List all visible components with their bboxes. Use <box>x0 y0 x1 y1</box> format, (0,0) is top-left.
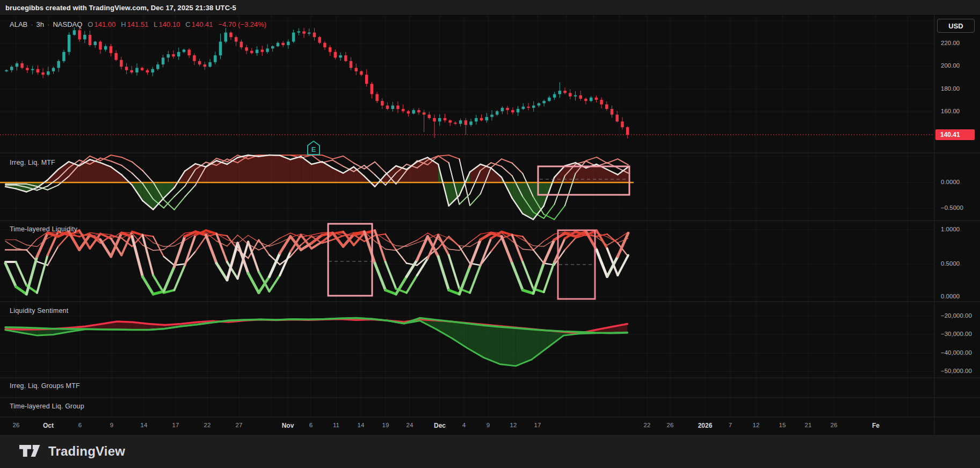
price-scale-label[interactable]: −30,000.00 <box>941 331 972 337</box>
price-scale-label[interactable]: 0.5000 <box>941 260 960 267</box>
symbol-legend: ALAB · 3h · NASDAQ O141.00 H141.51 L140.… <box>10 19 266 29</box>
time-scale-label[interactable]: 22 <box>204 422 211 428</box>
pane-title-time-layered-liq-group[interactable]: Time-layered Liq. Group <box>10 403 84 410</box>
legend-separator: · <box>31 20 33 28</box>
time-scale-label[interactable]: Fe <box>872 422 880 429</box>
tradingview-logo-icon <box>19 442 41 460</box>
tradingview-screenshot: brucegibbs created with TradingView.com,… <box>0 0 980 468</box>
close-label: C <box>185 20 190 28</box>
time-scale-label[interactable]: 17 <box>172 422 179 428</box>
symbol-name[interactable]: ALAB <box>10 20 27 28</box>
time-scale-label[interactable]: 22 <box>644 422 651 428</box>
time-scale-label[interactable]: 6 <box>309 422 313 428</box>
time-scale-label[interactable]: Nov <box>282 422 294 429</box>
time-scale-label[interactable]: 21 <box>805 422 812 428</box>
price-scale-label[interactable]: 160.00 <box>941 108 960 114</box>
price-scale-label[interactable]: 1.0000 <box>941 226 960 232</box>
time-scale-label[interactable]: 26 <box>13 422 20 428</box>
price-scale-label[interactable]: −20,000.00 <box>941 312 972 319</box>
close-value: 140.41 <box>192 20 213 28</box>
price-scale-label[interactable]: 180.00 <box>941 85 960 92</box>
svg-text:E: E <box>311 145 316 153</box>
price-scale-label[interactable]: 0.0000 <box>941 179 960 185</box>
last-price-tag: 140.41 <box>935 129 975 140</box>
price-scale-label[interactable]: 220.00 <box>941 40 960 46</box>
time-scale-label[interactable]: 2026 <box>698 422 713 429</box>
time-scale-label[interactable]: 15 <box>779 422 786 428</box>
pane-title-liquidity-sentiment[interactable]: Liquidity Sentiment <box>10 307 68 315</box>
legend-separator: · <box>47 20 49 28</box>
time-scale-label[interactable]: 17 <box>534 422 541 428</box>
time-scale-label[interactable]: 27 <box>236 422 243 428</box>
currency-button[interactable]: USD <box>937 19 975 33</box>
time-scale-label[interactable]: 7 <box>729 422 732 428</box>
price-scale-label[interactable]: −40,000.00 <box>941 349 972 356</box>
footer-bar: TradingView <box>0 435 980 468</box>
time-scale-label[interactable]: 12 <box>753 422 760 428</box>
time-scale-label[interactable]: 26 <box>667 422 674 428</box>
time-scale-label[interactable]: 24 <box>406 422 413 428</box>
open-value: 141.00 <box>94 20 115 28</box>
high-value: 141.51 <box>127 20 149 28</box>
time-scale-label[interactable]: Oct <box>43 422 54 429</box>
tradingview-wordmark: TradingView <box>48 444 125 459</box>
time-scale-label[interactable]: 26 <box>831 422 838 428</box>
price-scale-label[interactable]: −0.5000 <box>941 204 963 211</box>
pane-title-irreg-liq-mtf[interactable]: Irreg. Liq. MTF <box>10 159 55 166</box>
price-scale-label[interactable]: −50,000.00 <box>941 368 972 374</box>
pane-title-time-layered-liquidity[interactable]: Time-layered Liquidity <box>10 225 77 233</box>
time-scale-label[interactable]: 11 <box>333 422 339 428</box>
time-scale-label[interactable]: 14 <box>358 422 365 428</box>
price-scale-label[interactable]: 200.00 <box>941 62 960 69</box>
time-scale-label[interactable]: 9 <box>110 422 113 428</box>
high-label: H <box>121 20 126 28</box>
low-label: L <box>154 20 157 28</box>
time-scale-label[interactable]: 4 <box>462 422 466 428</box>
chart-canvas[interactable]: E <box>0 0 980 468</box>
time-scale-label[interactable]: 12 <box>510 422 517 428</box>
tradingview-logo[interactable]: TradingView <box>19 442 125 460</box>
change-value: −4.70 (−3.24%) <box>219 20 267 28</box>
time-scale-label[interactable]: 9 <box>487 422 490 428</box>
low-value: 140.10 <box>159 20 180 28</box>
time-scale-label[interactable]: 6 <box>78 422 82 428</box>
pane-title-irreg-liq-groups-mtf[interactable]: Irreg. Liq. Groups MTF <box>10 382 80 390</box>
time-scale-label[interactable]: Dec <box>434 422 446 429</box>
time-scale-label[interactable]: 14 <box>141 422 148 428</box>
time-scale-label[interactable]: 19 <box>382 422 389 428</box>
symbol-exchange: NASDAQ <box>53 20 82 28</box>
price-scale-label[interactable]: 0.0000 <box>941 293 960 299</box>
symbol-interval[interactable]: 3h <box>37 20 44 28</box>
open-label: O <box>88 20 93 28</box>
